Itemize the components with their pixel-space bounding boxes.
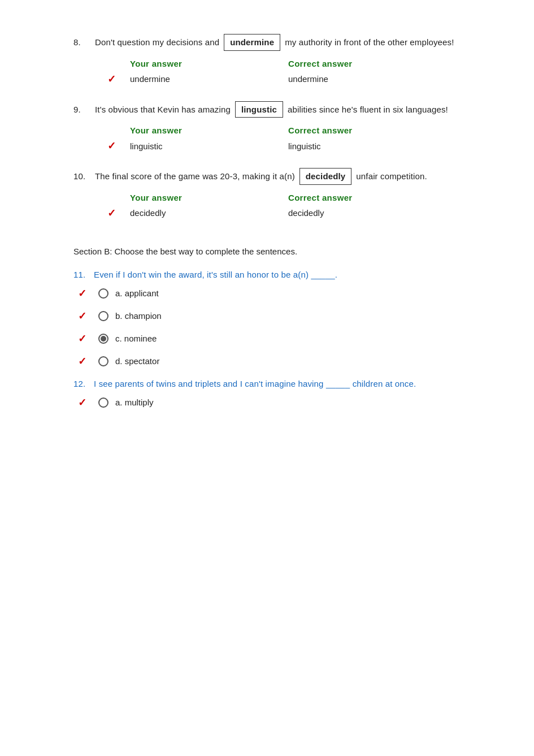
mc-option-label-0-2: c. nominee [115, 334, 157, 343]
mc-question-0: 11.Even if I don't win the award, it's s… [73, 270, 489, 368]
mc-check-icon-0-1: ✓ [78, 310, 92, 322]
mc-check-icon-0-2: ✓ [78, 332, 92, 345]
radio-0-0[interactable] [98, 288, 108, 299]
your-answer-val-10: decidedly [130, 208, 288, 218]
your-answer-val-9: linguistic [130, 141, 288, 151]
mc-option-label-0-3: d. spectator [115, 356, 159, 366]
radio-0-2[interactable] [98, 334, 108, 344]
answer-table-8: Your answerCorrect answer✓undermineunder… [107, 57, 446, 85]
section-b-label: Section B: Choose the best way to comple… [73, 247, 297, 256]
mc-q-number-0: 11. [73, 270, 92, 279]
mc-questions-section: 11.Even if I don't win the award, it's s… [73, 270, 489, 409]
your-answer-header: Your answer [130, 191, 288, 205]
q-before-text-9: It's obvious that Kevin has amazing [95, 102, 231, 117]
fill-box-8: undermine [224, 34, 280, 51]
q-number-10: 10. [73, 169, 92, 184]
mc-option-0-2: ✓c. nominee [78, 332, 489, 345]
correct-answer-val-9: linguistic [288, 141, 446, 151]
mc-check-icon-0-3: ✓ [78, 355, 92, 368]
q-after-text-9: abilities since he's fluent in six langu… [288, 102, 448, 117]
q-after-text-8: my authority in front of the other emplo… [285, 35, 454, 50]
answer-table-9: Your answerCorrect answer✓linguisticling… [107, 123, 446, 152]
mc-q-text-0: Even if I don't win the award, it's stil… [94, 270, 337, 279]
mc-check-icon-0-0: ✓ [78, 287, 92, 300]
mc-q-text-1: I see parents of twins and triplets and … [94, 379, 416, 388]
correct-answer-header: Correct answer [288, 123, 446, 137]
radio-0-3[interactable] [98, 356, 108, 366]
mc-check-icon-1-0: ✓ [78, 396, 92, 409]
section-b-header: Section B: Choose the best way to comple… [73, 247, 489, 256]
radio-0-1[interactable] [98, 311, 108, 321]
q-before-text-8: Don't question my decisions and [95, 35, 219, 50]
q-before-text-10: The final score of the game was 20-3, ma… [95, 169, 295, 184]
check-icon-9: ✓ [107, 140, 130, 152]
mc-q-number-1: 12. [73, 379, 92, 388]
answer-data-row-9: ✓linguisticlinguistic [107, 140, 446, 152]
question-8: 8.Don't question my decisions andundermi… [73, 34, 489, 85]
answer-data-row-8: ✓undermineundermine [107, 73, 446, 85]
your-answer-header: Your answer [130, 123, 288, 137]
your-answer-header: Your answer [130, 57, 288, 71]
question-9: 9.It's obvious that Kevin has amazinglin… [73, 101, 489, 153]
answer-table-10: Your answerCorrect answer✓decidedlydecid… [107, 191, 446, 219]
correct-answer-val-8: undermine [288, 74, 446, 84]
check-icon-8: ✓ [107, 73, 130, 85]
mc-option-0-1: ✓b. champion [78, 310, 489, 322]
check-icon-10: ✓ [107, 207, 130, 219]
question-10: 10.The final score of the game was 20-3,… [73, 168, 489, 219]
fill-questions-section: 8.Don't question my decisions andundermi… [73, 34, 489, 219]
mc-question-1: 12.I see parents of twins and triplets a… [73, 379, 489, 409]
correct-answer-header: Correct answer [288, 57, 446, 71]
mc-option-1-0: ✓a. multiply [78, 396, 489, 409]
fill-box-10: decidedly [299, 168, 352, 185]
correct-answer-val-10: decidedly [288, 208, 446, 218]
mc-option-0-3: ✓d. spectator [78, 355, 489, 368]
fill-box-9: lingustic [235, 101, 283, 118]
correct-answer-header: Correct answer [288, 191, 446, 205]
mc-option-0-0: ✓a. applicant [78, 287, 489, 300]
q-number-8: 8. [73, 35, 92, 50]
page: 8.Don't question my decisions andundermi… [0, 0, 534, 756]
q-number-9: 9. [73, 102, 92, 117]
answer-data-row-10: ✓decidedlydecidedly [107, 207, 446, 219]
your-answer-val-8: undermine [130, 74, 288, 84]
mc-option-label-0-0: a. applicant [115, 288, 159, 298]
mc-option-label-0-1: b. champion [115, 311, 162, 321]
mc-option-label-1-0: a. multiply [115, 398, 154, 407]
q-after-text-10: unfair competition. [356, 169, 427, 184]
radio-1-0[interactable] [98, 398, 108, 408]
